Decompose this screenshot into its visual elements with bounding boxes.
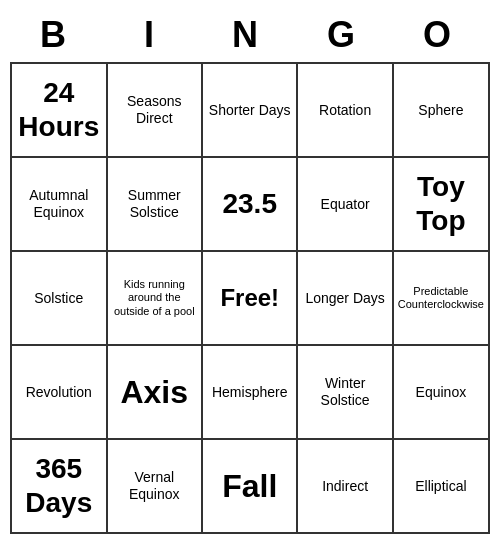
table-row: Shorter Days bbox=[202, 63, 298, 157]
table-row: Revolution bbox=[11, 345, 107, 439]
bingo-grid: 24 HoursSeasons DirectShorter DaysRotati… bbox=[10, 62, 490, 534]
table-row: Seasons Direct bbox=[107, 63, 202, 157]
bingo-letter-g: G bbox=[298, 14, 394, 56]
table-row: Fall bbox=[202, 439, 298, 533]
table-row: Axis bbox=[107, 345, 202, 439]
bingo-letter-n: N bbox=[202, 14, 298, 56]
table-row: Autumnal Equinox bbox=[11, 157, 107, 251]
bingo-title: B I N G O bbox=[10, 10, 490, 62]
table-row: Longer Days bbox=[297, 251, 392, 345]
bingo-letter-i: I bbox=[106, 14, 202, 56]
table-row: Predictable Counterclockwise bbox=[393, 251, 489, 345]
table-row: Equinox bbox=[393, 345, 489, 439]
table-row: Equator bbox=[297, 157, 392, 251]
bingo-letter-o: O bbox=[394, 14, 490, 56]
table-row: Winter Solstice bbox=[297, 345, 392, 439]
table-row: 23.5 bbox=[202, 157, 298, 251]
table-row: Elliptical bbox=[393, 439, 489, 533]
table-row: Kids running around the outside of a poo… bbox=[107, 251, 202, 345]
table-row: Rotation bbox=[297, 63, 392, 157]
bingo-letter-b: B bbox=[10, 14, 106, 56]
table-row: Solstice bbox=[11, 251, 107, 345]
table-row: Hemisphere bbox=[202, 345, 298, 439]
table-row: Indirect bbox=[297, 439, 392, 533]
table-row: 365 Days bbox=[11, 439, 107, 533]
table-row: Toy Top bbox=[393, 157, 489, 251]
table-row: Summer Solstice bbox=[107, 157, 202, 251]
table-row: Sphere bbox=[393, 63, 489, 157]
table-row: Vernal Equinox bbox=[107, 439, 202, 533]
table-row: 24 Hours bbox=[11, 63, 107, 157]
table-row: Free! bbox=[202, 251, 298, 345]
